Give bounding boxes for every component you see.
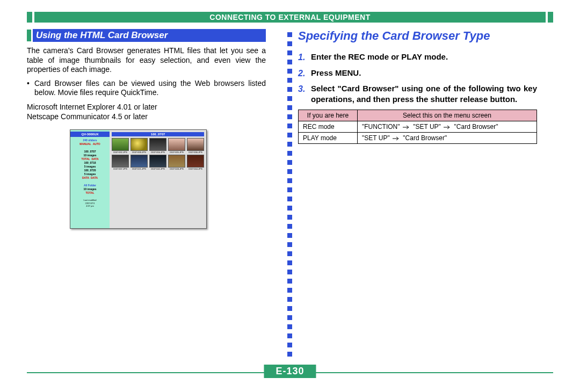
browser-line: Netscape Communicator 4.5 or later xyxy=(27,112,266,121)
card-browser-screenshot: QV-3000UX 240 sliders MANUAL AUTO 100_07… xyxy=(70,129,207,229)
header-title: CONNECTING TO EXTERNAL EQUIPMENT xyxy=(34,12,546,23)
table-header: Select this on the menu screen xyxy=(358,110,537,121)
thumbnail xyxy=(130,138,148,151)
right-column: Specifying the Card Browser Type 1.Enter… xyxy=(279,29,537,362)
header-ornament xyxy=(27,12,32,23)
thumbnail xyxy=(168,138,185,151)
step-item: 2.Press MENU. xyxy=(298,68,537,79)
step-item: 1.Enter the REC mode or PLAY mode. xyxy=(298,52,537,63)
table-cell: "FUNCTION" "SET UP" "Card Browser" xyxy=(358,121,537,132)
left-column: Using the HTML Card Browser The camera's… xyxy=(27,29,279,362)
table-cell: REC mode xyxy=(299,121,358,132)
table-header: If you are here xyxy=(299,110,358,121)
header-bar: CONNECTING TO EXTERNAL EQUIPMENT xyxy=(27,12,553,23)
column-divider xyxy=(287,29,294,362)
right-heading: Specifying the Card Browser Type xyxy=(298,29,537,43)
browser-line: Microsoft Internet Explorer 4.01 or late… xyxy=(27,102,266,112)
step-list: 1.Enter the REC mode or PLAY mode. 2.Pre… xyxy=(298,52,537,105)
table-cell: PLAY mode xyxy=(299,132,358,143)
thumbnail xyxy=(112,155,129,168)
thumbnail xyxy=(130,155,148,168)
header-ornament xyxy=(548,12,553,23)
table-cell: "SET UP" "Card Browser" xyxy=(358,132,537,143)
arrow-icon xyxy=(393,136,400,141)
left-heading: Using the HTML Card Browser xyxy=(33,29,266,42)
screenshot-sidebar: QV-3000UX 240 sliders MANUAL AUTO 100_07… xyxy=(70,130,110,228)
thumbnail xyxy=(168,155,185,168)
bullet-dot: • xyxy=(27,79,34,98)
thumbnail xyxy=(112,138,129,151)
bullet-item: • Card Browser files can be viewed using… xyxy=(27,79,266,98)
browser-requirements: Microsoft Internet Explorer 4.01 or late… xyxy=(27,102,266,121)
mode-table: If you are here Select this on the menu … xyxy=(298,110,537,144)
arrow-icon xyxy=(403,125,410,129)
step-item: 3.Select "Card Browser" using one of the… xyxy=(298,83,537,105)
arrow-icon xyxy=(444,125,451,129)
thumbnail xyxy=(149,155,166,168)
thumbnail xyxy=(187,138,204,151)
page-number: E-130 xyxy=(264,365,316,378)
intro-paragraph: The camera's Card Browser generates HTML… xyxy=(27,46,266,75)
bullet-text: Card Browser files can be viewed using t… xyxy=(34,79,266,98)
thumbnail xyxy=(187,155,204,168)
left-heading-bar: Using the HTML Card Browser xyxy=(27,29,266,42)
thumbnail xyxy=(149,138,166,151)
screenshot-thumbnails: 100_0707 0107:002.JPG 0107:003.JPG 0107:… xyxy=(110,130,206,228)
